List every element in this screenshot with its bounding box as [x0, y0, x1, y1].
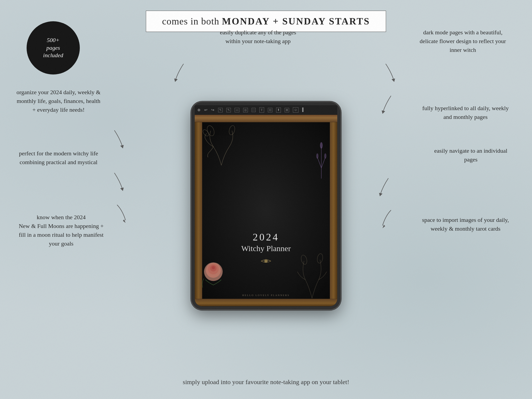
feature-bottom-left: know when the 2024New & Full Moons are h…	[8, 213, 114, 248]
svg-point-13	[212, 266, 215, 269]
svg-marker-22	[382, 110, 385, 114]
svg-point-6	[320, 142, 323, 148]
svg-point-1	[228, 125, 236, 135]
footer-text: simply upload into your favourite note-t…	[183, 379, 349, 385]
svg-point-7	[316, 153, 318, 159]
arrow-top-center	[168, 61, 194, 82]
page-count-badge: 500+ pages included	[27, 21, 80, 74]
planner-name: Witchy Planner	[229, 244, 303, 253]
svg-point-2	[203, 129, 210, 137]
footer-caption: simply upload into your favourite note-t…	[183, 379, 349, 386]
arrow-center-left	[104, 170, 130, 192]
tablet-device: ⊕ ↩ ↪ ✎ ✎ ▭ ◎ □ T ⊡ ⬆ ⊞ ☺ ▌	[192, 102, 340, 309]
feature-top-right: dark mode pages with a beautiful,delicat…	[407, 28, 519, 54]
feature-mid-left: organize your 2024 daily, weekly &monthl…	[8, 88, 109, 114]
planner-title-area: 2024 Witchy Planner	[229, 231, 303, 253]
tablet-toolbar: ⊕ ↩ ↪ ✎ ✎ ▭ ◎ □ T ⊡ ⬆ ⊞ ☺ ▌	[195, 105, 337, 115]
eye-symbol	[261, 258, 271, 265]
arrow-mid-right	[375, 93, 402, 114]
planner-brand: HELLO LOVELY PLANNERS	[242, 294, 290, 297]
svg-marker-24	[379, 193, 383, 196]
svg-point-8	[324, 153, 326, 159]
svg-point-17	[265, 260, 267, 262]
svg-line-4	[317, 157, 321, 168]
svg-line-5	[321, 157, 325, 168]
feature-top-center: easily duplicate any of the pageswithin …	[207, 28, 309, 45]
tablet-frame: ⊕ ↩ ↪ ✎ ✎ ▭ ◎ □ T ⊡ ⬆ ⊞ ☺ ▌	[192, 102, 340, 309]
banner-highlight: MONDAY + SUNDAY STARTS	[222, 16, 370, 27]
badge-line3: included	[43, 52, 63, 59]
badge-line1: 500+	[43, 36, 63, 44]
arrow-bottom-right	[375, 207, 402, 229]
svg-marker-23	[120, 188, 124, 191]
svg-marker-20	[392, 78, 395, 82]
svg-point-15	[317, 253, 323, 264]
planner-year: 2024	[229, 231, 303, 243]
arrow-center-right	[370, 176, 402, 197]
arrow-mid-left	[104, 128, 130, 149]
tablet-screen: 2024 Witchy Planner HELLO LOVELY PLANNER…	[195, 115, 337, 306]
flower-top-left	[203, 123, 240, 171]
svg-marker-25	[123, 219, 126, 223]
arrow-bottom-left	[106, 202, 133, 223]
wood-bottom	[195, 299, 337, 306]
wood-top	[195, 115, 337, 122]
svg-marker-26	[383, 225, 385, 228]
feature-mid-right: fully hyperlinked to all daily, weeklyan…	[410, 104, 521, 121]
svg-marker-19	[174, 78, 178, 82]
banner-text: comes in both MONDAY + SUNDAY STARTS	[162, 16, 370, 27]
badge-text: 500+ pages included	[43, 36, 63, 59]
planner-cover: 2024 Witchy Planner HELLO LOVELY PLANNER…	[195, 115, 337, 306]
feature-center-right: easily navigate to an individualpages	[420, 146, 521, 164]
svg-point-14	[300, 254, 308, 265]
badge-line2: pages	[43, 44, 63, 52]
rose-decoration	[197, 253, 229, 296]
lavender-decoration	[311, 131, 332, 178]
svg-marker-21	[120, 145, 124, 148]
feature-center-left: perfect for the modern witchy lifecombin…	[8, 149, 109, 167]
arrow-top-right	[375, 61, 402, 82]
feature-bottom-right: space to import images of your daily,wee…	[410, 215, 521, 233]
